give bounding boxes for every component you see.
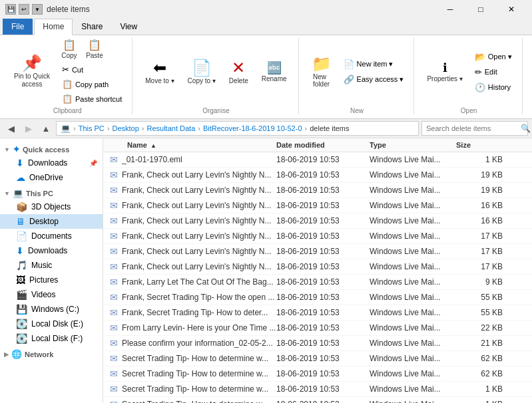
path-desktop[interactable]: Desktop [112,124,138,132]
col-size-header[interactable]: Size [456,141,509,149]
move-to-button[interactable]: ⬅ Move to ▾ [139,57,180,88]
file-name-cell: ✉ Frank, Check out Larry Levin's Nightly… [103,200,276,211]
select-all-button[interactable]: ☑ Select all [529,38,532,52]
sidebar-item-desktop[interactable]: 🖥 Desktop [0,214,103,229]
sidebar-item-downloads-quick[interactable]: ⬇ Downloads 📌 [0,156,103,170]
table-row[interactable]: ✉ Frank, Larry Let The Cat Out Of The Ba… [103,275,532,290]
back-button[interactable]: ◀ [4,121,19,136]
sidebar-item-videos[interactable]: 🎬 Videos [0,287,103,302]
easy-access-button[interactable]: 🔗 Easy access ▾ [339,72,409,86]
table-row[interactable]: ✉ Secret Trading Tip- How to determine w… [103,382,532,397]
file-size-cell: 62 KB [456,354,509,363]
edit-button[interactable]: ✏ Edit [470,65,517,79]
rename-button[interactable]: 🔤 Rename [256,59,293,86]
tab-view[interactable]: View [111,19,146,35]
new-folder-button[interactable]: 📁 Newfolder [306,53,338,91]
address-bar[interactable]: 💻 › This PC › Desktop › Resultant Data ›… [56,121,419,136]
close-button[interactable]: ✕ [496,0,527,19]
copy-icon: 📋 [63,40,76,51]
table-row[interactable]: ✉ Frank, Secret Trading Tip- How the ope… [103,290,532,305]
history-button[interactable]: 🕐 History [470,80,517,94]
open-buttons: ℹ Properties ▾ 📂 Open ▾ ✏ Edit 🕐 History [421,38,516,106]
up-button[interactable]: ▲ [39,121,53,136]
sidebar-item-onedrive[interactable]: ☁ OneDrive [0,170,103,185]
local-disk-e-icon: 💽 [16,319,27,329]
sidebar-item-documents[interactable]: 📄 Documents [0,229,103,243]
sidebar-item-local-disk-f[interactable]: 💽 Local Disk (F:) [0,331,103,346]
copy-button[interactable]: 📋 Copy [57,38,81,61]
pin-quick-access-button[interactable]: 📌 Pin to Quickaccess [8,52,56,92]
file-name-cell: ✉ From Larry Levin- Here is your One Tim… [103,323,276,333]
window-controls: ─ □ ✕ [435,0,527,19]
paste-shortcut-button[interactable]: 📋 Paste shortcut [57,92,127,106]
file-name-text: Please confirm your information_02-05-2.… [122,338,273,348]
table-row[interactable]: ✉ Secret Trading Tip- How to determine w… [103,397,532,403]
network-header[interactable]: ▶ 🌐 Network [0,346,103,360]
table-row[interactable]: ✉ Please confirm your information_02-05-… [103,336,532,351]
tab-share[interactable]: Share [73,19,111,35]
sidebar-item-downloads[interactable]: ⬇ Downloads [0,243,103,258]
copy-path-button[interactable]: 📋 Copy path [57,77,127,91]
table-row[interactable]: ✉ Frank, Check out Larry Levin's Nightly… [103,168,532,183]
open-button[interactable]: 📂 Open ▾ [470,50,517,64]
ribbon-tabs: File Home Share View [0,19,532,35]
table-row[interactable]: ✉ Frank, Check out Larry Levin's Nightly… [103,213,532,229]
copy-to-button[interactable]: 📄 Copy to ▾ [182,57,222,88]
tab-home[interactable]: Home [34,19,73,35]
table-row[interactable]: ✉ Frank, Check out Larry Levin's Nightly… [103,198,532,213]
maximize-button[interactable]: □ [465,0,496,19]
table-row[interactable]: ✉ Frank, Check out Larry Levin's Nightly… [103,259,532,275]
rename-icon: 🔤 [267,62,282,74]
file-name-text: Frank, Check out Larry Levin's Nightly N… [122,247,271,256]
file-type-cell: Windows Live Mai... [370,216,456,225]
table-row[interactable]: ✉ Frank, Secret Trading Tip- How to dete… [103,305,532,321]
col-name-header[interactable]: Name ▲ [103,141,276,149]
sidebar-item-local-disk-e[interactable]: 💽 Local Disk (E:) [0,317,103,331]
tab-file[interactable]: File [3,19,33,35]
table-row[interactable]: ✉ Secret Trading Tip- How to determine w… [103,366,532,382]
quick-access-header[interactable]: ▼ ✦ Quick access [0,141,103,156]
cut-button[interactable]: ✂ Cut [57,63,127,76]
file-date-cell: 18-06-2019 10:53 [276,323,370,333]
sidebar-item-3d-objects[interactable]: 📦 3D Objects [0,200,103,214]
path-resultant-data[interactable]: Resultant Data [147,124,196,132]
dropdown-arrow[interactable]: ▼ [32,4,43,15]
sidebar-item-windows-c[interactable]: 💾 Windows (C:) [0,302,103,317]
file-date-cell: 18-06-2019 10:53 [276,308,370,317]
forward-button[interactable]: ▶ [21,121,36,136]
col-date-header[interactable]: Date modified [276,141,370,149]
invert-selection-button[interactable]: ⇄ Invert se... [529,67,532,81]
table-row[interactable]: ✉ Secret Trading Tip- How to determine w… [103,351,532,366]
select-none-button[interactable]: ☐ Select no... [529,53,532,67]
file-name-text: From Larry Levin- Here is your One Time … [122,323,276,333]
sidebar-item-downloads-quick-label: Downloads [28,158,67,168]
new-item-button[interactable]: 📄 New item ▾ [339,57,409,71]
file-name-text: Frank, Larry Let The Cat Out Of The Bag.… [122,277,274,287]
table-row[interactable]: ✉ Frank, Check out Larry Levin's Nightly… [103,183,532,198]
file-date-cell: 18-06-2019 10:53 [276,201,370,210]
save-icon[interactable]: 💾 [5,4,16,15]
search-box[interactable]: 🔍 [421,121,528,136]
table-row[interactable]: ✉ From Larry Levin- Here is your One Tim… [103,321,532,336]
table-row[interactable]: ✉ _01-01-1970.eml 18-06-2019 10:53 Windo… [103,152,532,168]
table-row[interactable]: ✉ Frank, Check out Larry Levin's Nightly… [103,229,532,244]
file-date-cell: 18-06-2019 10:53 [276,216,370,225]
file-type-cell: Windows Live Mai... [370,262,456,271]
file-date-cell: 18-06-2019 10:53 [276,384,370,394]
properties-button[interactable]: ℹ Properties ▾ [421,59,468,86]
search-input[interactable] [426,124,518,132]
undo-icon[interactable]: ↩ [19,4,29,15]
path-this-pc[interactable]: This PC [79,124,105,132]
sidebar-item-pictures[interactable]: 🖼 Pictures [0,273,103,287]
downloads-quick-icon: ⬇ [16,158,24,168]
path-bitrecover[interactable]: BitRecover-18-6-2019 10-52-0 [203,124,302,132]
quick-access-label: Quick access [23,146,69,154]
minimize-button[interactable]: ─ [435,0,465,19]
col-type-header[interactable]: Type [370,141,456,149]
this-pc-header[interactable]: ▼ 💻 This PC [0,185,103,200]
file-size-cell: 9 KB [456,277,509,287]
delete-button[interactable]: ✕ Delete [223,57,254,88]
paste-button[interactable]: 📋 Paste [83,38,107,61]
sidebar-item-music[interactable]: 🎵 Music [0,258,103,273]
table-row[interactable]: ✉ Frank, Check out Larry Levin's Nightly… [103,244,532,259]
